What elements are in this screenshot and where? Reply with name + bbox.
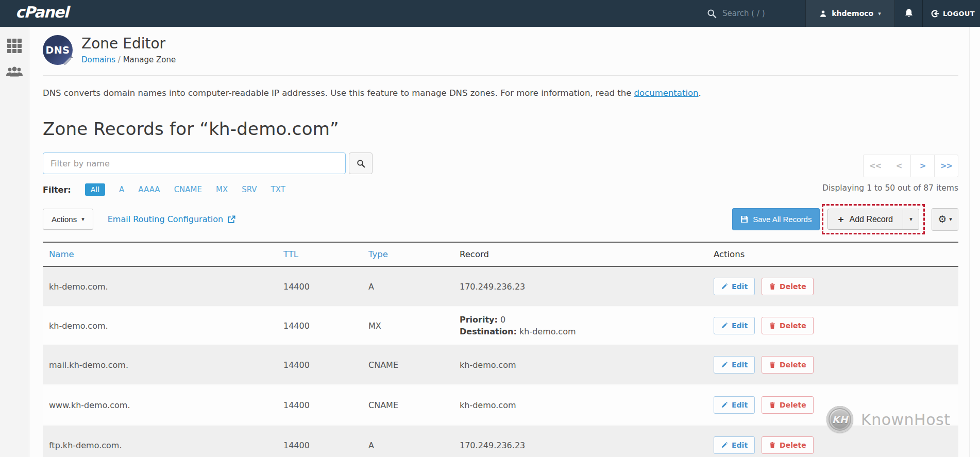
- user-icon: [819, 10, 827, 18]
- table-header-row: Name TTL Type Record Actions: [43, 242, 958, 266]
- delete-label: Delete: [780, 401, 806, 409]
- delete-button[interactable]: Delete: [762, 278, 814, 295]
- save-all-records-button[interactable]: Save All Records: [732, 208, 820, 230]
- page-header: DNS Zone Editor Domains / Manage Zone: [43, 27, 958, 65]
- record-name: www.kh-demo.com.: [43, 385, 277, 425]
- table-row: www.kh-demo.com. 14400 CNAME kh-demo.com…: [43, 385, 958, 425]
- column-header-actions: Actions: [707, 242, 958, 266]
- record-ttl: 14400: [277, 385, 362, 425]
- edit-button[interactable]: Edit: [714, 317, 755, 334]
- email-routing-configuration-link[interactable]: Email Routing Configuration: [108, 214, 235, 224]
- chevron-down-icon: ▾: [878, 10, 881, 17]
- edit-button[interactable]: Edit: [714, 278, 755, 295]
- navbar-search[interactable]: Search ( / ): [707, 0, 765, 27]
- sidebar-item-users[interactable]: [0, 65, 29, 79]
- edit-button[interactable]: Edit: [714, 356, 755, 374]
- navbar-search-placeholder: Search ( / ): [722, 9, 765, 18]
- priority-label: Priority:: [460, 315, 498, 325]
- actions-dropdown-button[interactable]: Actions ▾: [43, 209, 93, 230]
- column-header-name[interactable]: Name: [43, 242, 277, 266]
- delete-button[interactable]: Delete: [762, 396, 814, 414]
- pagination-prev-button[interactable]: <: [887, 155, 911, 177]
- record-type: CNAME: [362, 345, 453, 385]
- notifications-button[interactable]: [895, 0, 923, 27]
- destination-label: Destination:: [460, 327, 517, 336]
- header-divider: [43, 75, 958, 76]
- breadcrumb: Domains / Manage Zone: [81, 55, 176, 64]
- edit-button[interactable]: Edit: [714, 396, 755, 414]
- filter-search-button[interactable]: [349, 153, 373, 174]
- record-type: CNAME: [362, 385, 453, 425]
- filter-by-name-input[interactable]: [43, 153, 346, 174]
- table-row: kh-demo.com. 14400 MX Priority: 0 Destin…: [43, 307, 958, 345]
- filter-option-txt[interactable]: TXT: [271, 185, 285, 194]
- pagination-last-button[interactable]: >>: [934, 155, 958, 177]
- record-type: A: [362, 425, 453, 457]
- chevron-down-icon: ▾: [949, 216, 952, 223]
- record-type: MX: [362, 307, 453, 345]
- column-header-ttl[interactable]: TTL: [277, 242, 362, 266]
- people-icon: [6, 65, 23, 79]
- trash-icon: [769, 322, 776, 329]
- table-row: ftp.kh-demo.com. 14400 A 170.249.236.23 …: [43, 425, 958, 457]
- delete-button[interactable]: Delete: [762, 317, 814, 334]
- save-all-records-label: Save All Records: [753, 215, 812, 224]
- chevron-down-icon: ▾: [81, 216, 85, 223]
- user-menu[interactable]: khdemoco ▾: [805, 0, 895, 27]
- edit-button[interactable]: Edit: [714, 436, 755, 454]
- zone-records-heading: Zone Records for “kh-demo.com”: [43, 119, 958, 139]
- record-value: kh-demo.com: [453, 345, 707, 385]
- pagination-summary: Displaying 1 to 50 out of 87 items: [822, 183, 958, 193]
- documentation-link[interactable]: documentation: [634, 88, 699, 98]
- edit-label: Edit: [732, 361, 748, 369]
- pagination-next-button[interactable]: >: [910, 155, 935, 177]
- add-record-dropdown-toggle[interactable]: ▾: [903, 209, 919, 230]
- delete-label: Delete: [780, 441, 806, 449]
- record-type: A: [362, 266, 453, 307]
- feature-description-text: DNS converts domain names into computer-…: [43, 88, 634, 98]
- pencil-icon: [61, 54, 75, 67]
- logout-button[interactable]: LOGOUT: [931, 0, 975, 27]
- top-navbar: cPanel Search ( / ) khdemoco ▾ LOGOUT: [0, 0, 980, 27]
- add-record-label: Add Record: [850, 215, 893, 224]
- pagination-first-button[interactable]: <<: [863, 155, 887, 177]
- delete-label: Delete: [780, 361, 806, 369]
- left-sidebar: [0, 27, 29, 457]
- filter-option-srv[interactable]: SRV: [242, 185, 257, 194]
- bell-icon: [904, 8, 914, 19]
- table-settings-button[interactable]: ⚙ ▾: [932, 208, 958, 231]
- table-row: mail.kh-demo.com. 14400 CNAME kh-demo.co…: [43, 345, 958, 385]
- username: khdemoco: [832, 9, 873, 18]
- cpanel-logo[interactable]: cPanel: [15, 3, 68, 21]
- edit-label: Edit: [732, 441, 748, 449]
- chevron-down-icon: ▾: [909, 216, 913, 223]
- filter-option-a[interactable]: A: [119, 185, 124, 194]
- record-ttl: 14400: [277, 425, 362, 457]
- record-value: kh-demo.com: [453, 385, 707, 425]
- pagination: << < > >>: [863, 155, 958, 177]
- delete-button[interactable]: Delete: [762, 356, 814, 374]
- delete-button[interactable]: Delete: [762, 436, 814, 454]
- record-name: mail.kh-demo.com.: [43, 345, 277, 385]
- filter-option-aaaa[interactable]: AAAA: [138, 185, 160, 194]
- feature-description-suffix: .: [699, 88, 701, 98]
- add-record-button[interactable]: + Add Record: [827, 209, 903, 230]
- logout-label: LOGOUT: [943, 10, 975, 18]
- sidebar-item-tools[interactable]: [0, 38, 29, 54]
- pencil-icon: [721, 401, 728, 409]
- column-header-type[interactable]: Type: [362, 242, 453, 266]
- record-name: kh-demo.com.: [43, 307, 277, 345]
- filter-option-cname[interactable]: CNAME: [174, 185, 202, 194]
- record-ttl: 14400: [277, 307, 362, 345]
- pencil-icon: [721, 322, 728, 329]
- main-content: DNS Zone Editor Domains / Manage Zone DN…: [29, 27, 980, 457]
- pencil-icon: [721, 283, 728, 290]
- breadcrumb-domains-link[interactable]: Domains: [81, 55, 115, 64]
- plus-icon: +: [838, 214, 843, 224]
- filter-option-mx[interactable]: MX: [216, 185, 228, 194]
- edit-label: Edit: [732, 321, 748, 330]
- pencil-icon: [721, 442, 728, 449]
- filter-option-all[interactable]: All: [85, 183, 105, 196]
- trash-icon: [769, 283, 776, 290]
- destination-value: kh-demo.com: [519, 327, 576, 336]
